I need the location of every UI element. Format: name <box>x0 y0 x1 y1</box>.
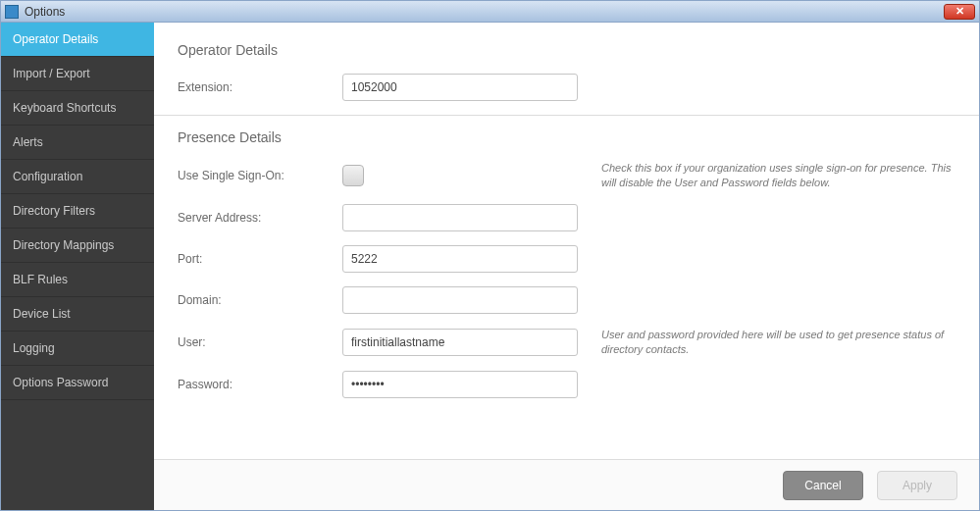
window-body: Operator Details Import / Export Keyboar… <box>1 23 979 510</box>
sidebar-item-device-list[interactable]: Device List <box>1 297 154 332</box>
button-label: Apply <box>903 479 932 492</box>
sso-checkbox[interactable] <box>342 165 364 186</box>
sidebar-item-label: Device List <box>13 307 71 321</box>
sidebar: Operator Details Import / Export Keyboar… <box>1 23 154 510</box>
label-user: User: <box>178 335 342 349</box>
row-extension: Extension: <box>178 74 955 101</box>
close-icon: ✕ <box>955 6 964 17</box>
section-title-presence-details: Presence Details <box>178 129 955 145</box>
options-window: Options ✕ Operator Details Import / Expo… <box>0 0 980 511</box>
password-input[interactable] <box>342 371 578 398</box>
row-domain: Domain: <box>178 286 955 314</box>
sidebar-item-configuration[interactable]: Configuration <box>1 160 154 194</box>
close-button[interactable]: ✕ <box>944 4 975 20</box>
sidebar-item-label: Alerts <box>13 135 43 149</box>
sidebar-item-blf-rules[interactable]: BLF Rules <box>1 263 154 297</box>
sidebar-item-label: Directory Filters <box>13 204 95 218</box>
sidebar-item-label: Options Password <box>13 376 108 389</box>
user-input[interactable] <box>342 329 578 356</box>
cancel-button[interactable]: Cancel <box>783 471 863 500</box>
sidebar-item-label: Configuration <box>13 170 82 183</box>
sidebar-item-label: Logging <box>13 341 55 355</box>
sidebar-item-import-export[interactable]: Import / Export <box>1 57 154 91</box>
sidebar-item-label: Operator Details <box>13 32 98 46</box>
sidebar-item-operator-details[interactable]: Operator Details <box>1 23 154 57</box>
label-extension: Extension: <box>178 80 342 94</box>
sidebar-item-alerts[interactable]: Alerts <box>1 126 154 160</box>
port-input[interactable] <box>342 245 578 273</box>
sidebar-item-label: Directory Mappings <box>13 238 114 252</box>
label-port: Port: <box>178 252 342 266</box>
sidebar-item-label: Keyboard Shortcuts <box>13 101 116 115</box>
content-area: Operator Details Extension: Presence Det… <box>154 23 979 459</box>
label-server-address: Server Address: <box>178 211 342 225</box>
main-panel: Operator Details Extension: Presence Det… <box>154 23 979 510</box>
sidebar-item-label: Import / Export <box>13 67 90 80</box>
button-label: Cancel <box>804 479 841 492</box>
window-title: Options <box>25 5 944 19</box>
row-user: User: User and password provided here wi… <box>178 328 955 357</box>
hint-user: User and password provided here will be … <box>601 328 955 357</box>
hint-sso: Check this box if your organization uses… <box>601 161 955 190</box>
label-domain: Domain: <box>178 293 342 307</box>
label-sso: Use Single Sign-On: <box>178 169 342 182</box>
extension-input[interactable] <box>342 74 578 101</box>
titlebar: Options ✕ <box>1 1 979 23</box>
row-sso: Use Single Sign-On: Check this box if yo… <box>178 161 955 190</box>
label-password: Password: <box>178 378 342 391</box>
section-title-operator-details: Operator Details <box>178 42 955 58</box>
sidebar-item-directory-filters[interactable]: Directory Filters <box>1 194 154 229</box>
sidebar-item-label: BLF Rules <box>13 273 68 286</box>
sidebar-item-keyboard-shortcuts[interactable]: Keyboard Shortcuts <box>1 91 154 126</box>
apply-button[interactable]: Apply <box>877 471 957 500</box>
domain-input[interactable] <box>342 286 578 314</box>
app-icon <box>5 5 19 19</box>
sidebar-item-options-password[interactable]: Options Password <box>1 366 154 400</box>
row-password: Password: <box>178 371 955 398</box>
section-divider <box>154 115 979 116</box>
sidebar-item-directory-mappings[interactable]: Directory Mappings <box>1 229 154 263</box>
row-server-address: Server Address: <box>178 204 955 231</box>
footer: Cancel Apply <box>154 459 979 510</box>
row-port: Port: <box>178 245 955 273</box>
server-address-input[interactable] <box>342 204 578 231</box>
sidebar-item-logging[interactable]: Logging <box>1 332 154 366</box>
